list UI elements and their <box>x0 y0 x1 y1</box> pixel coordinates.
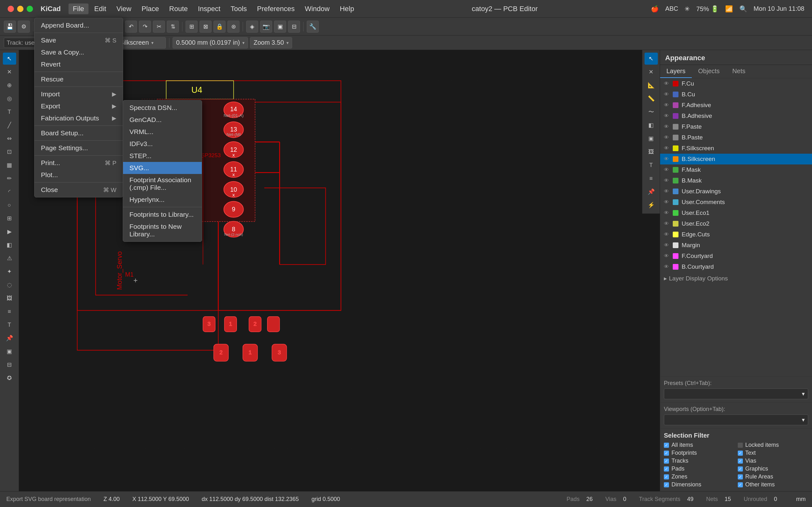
sf-checkbox[interactable]: ✓ <box>664 482 669 487</box>
highlight-button[interactable]: ◈ <box>246 20 258 33</box>
layer-visibility-icon[interactable]: 👁 <box>664 199 669 205</box>
menu-plot[interactable]: Plot... <box>35 169 123 181</box>
layer-visibility-icon[interactable]: 👁 <box>664 167 669 173</box>
erase-tool[interactable]: ◌ <box>3 279 16 291</box>
pad-tool[interactable]: ⊡ <box>3 146 16 158</box>
export-hyperlynx[interactable]: Hyperlynx... <box>123 193 202 206</box>
layer-visibility-icon[interactable]: 👁 <box>664 253 669 259</box>
dimension-dropdown[interactable]: 0.5000 mm (0.0197 in) ▾ <box>172 37 248 49</box>
layer-visibility-icon[interactable]: 👁 <box>664 264 669 270</box>
layer-visibility-icon[interactable]: 👁 <box>664 210 669 216</box>
tool4-button[interactable]: ⊟ <box>288 20 300 33</box>
layer-visibility-icon[interactable]: 👁 <box>664 81 669 87</box>
menu-import[interactable]: Import ▶ <box>35 88 123 100</box>
export-specctra[interactable]: Specctra DSN... <box>123 102 202 114</box>
sf-checkbox[interactable]: ✓ <box>738 482 743 487</box>
paint-tool[interactable]: ✦ <box>3 266 16 278</box>
layer-visibility-icon[interactable]: 👁 <box>664 221 669 227</box>
sf-checkbox[interactable]: ✓ <box>738 466 743 471</box>
layer-item-user-eco2[interactable]: 👁 User.Eco2 <box>660 218 812 229</box>
sf-item-rule-areas[interactable]: ✓ Rule Areas <box>738 473 809 480</box>
save-button[interactable]: 💾 <box>4 20 16 33</box>
undo-button[interactable]: ↶ <box>125 20 137 33</box>
sf-item-locked-items[interactable]: Locked items <box>738 442 809 448</box>
drc-tool[interactable]: ⚠ <box>3 252 16 264</box>
select-tool[interactable]: ↖ <box>3 53 16 65</box>
menu-close[interactable]: Close ⌘ W <box>35 184 123 196</box>
layer-item-user-drawings[interactable]: 👁 User.Drawings <box>660 186 812 197</box>
menu-save-copy[interactable]: Save a Copy... <box>35 46 123 58</box>
redo-button[interactable]: ↷ <box>139 20 151 33</box>
menu-rescue[interactable]: Rescue <box>35 73 123 85</box>
menu-print[interactable]: Print... ⌘ P <box>35 157 123 169</box>
layer-display-options-btn[interactable]: ▸ Layer Display Options <box>660 272 812 285</box>
note-tool[interactable]: T <box>3 319 16 331</box>
layer-visibility-icon[interactable]: 👁 <box>664 156 669 162</box>
sf-checkbox[interactable]: ✓ <box>738 474 743 480</box>
sf-checkbox[interactable]: ✓ <box>738 451 743 456</box>
layer-item-b-courtyard[interactable]: 👁 B.Courtyard <box>660 262 812 272</box>
layer-item-f-silkscreen[interactable]: 👁 F.Silkscreen <box>660 143 812 154</box>
tool1-button[interactable]: ⊞ <box>186 20 198 33</box>
window-controls[interactable] <box>8 6 33 12</box>
layer-item-b-cu[interactable]: 👁 B.Cu <box>660 89 812 100</box>
layers-tool[interactable]: ◧ <box>3 239 16 251</box>
layer-item-user-eco1[interactable]: 👁 User.Eco1 <box>660 208 812 218</box>
sf-item-vias[interactable]: ✓ Vias <box>738 458 809 464</box>
export-svg[interactable]: SVG... <box>123 162 202 174</box>
tab-objects[interactable]: Objects <box>692 65 726 78</box>
menu-window[interactable]: Window <box>300 3 334 14</box>
export-footprint-cmp[interactable]: Footprint Association (.cmp) File... <box>123 174 202 193</box>
flip-button[interactable]: ⇅ <box>167 20 179 33</box>
3d-view-tool[interactable]: ▣ <box>3 345 16 357</box>
minimize-button[interactable] <box>17 6 23 12</box>
viewports-dropdown[interactable]: ▾ <box>664 414 808 425</box>
tab-layers[interactable]: Layers <box>660 65 692 78</box>
search-icon[interactable]: 🔍 <box>740 5 747 13</box>
sf-item-pads[interactable]: ✓ Pads <box>664 465 734 472</box>
settings-button[interactable]: ⚙ <box>18 20 30 33</box>
menu-save[interactable]: Save ⌘ S <box>35 34 123 46</box>
sf-checkbox[interactable]: ✓ <box>664 458 669 464</box>
inspect-button[interactable]: 🔧 <box>307 20 319 33</box>
layer-item-b-adhesive[interactable]: 👁 B.Adhesive <box>660 111 812 121</box>
layer-visibility-icon[interactable]: 👁 <box>664 135 669 140</box>
layer-visibility-icon[interactable]: 👁 <box>664 242 669 248</box>
grid-tool[interactable]: ⊟ <box>3 359 16 371</box>
tool3-button[interactable]: ⊛ <box>227 20 240 33</box>
sf-checkbox[interactable]: ✓ <box>664 474 669 480</box>
export-fp-lib[interactable]: Footprints to Library... <box>123 209 202 221</box>
layer-item-f-adhesive[interactable]: 👁 F.Adhesive <box>660 100 812 111</box>
sf-checkbox[interactable]: ✓ <box>738 458 743 464</box>
pin-tool[interactable]: 📌 <box>3 332 16 344</box>
layer-item-f-mask[interactable]: 👁 F.Mask <box>660 164 812 175</box>
layer-item-edge-cuts[interactable]: 👁 Edge.Cuts <box>660 229 812 240</box>
sf-item-other-items[interactable]: ✓ Other items <box>738 481 809 488</box>
layer-visibility-icon[interactable]: 👁 <box>664 102 669 108</box>
tab-nets[interactable]: Nets <box>726 65 752 78</box>
menu-file[interactable]: File <box>68 3 89 14</box>
sf-item-tracks[interactable]: ✓ Tracks <box>664 458 734 464</box>
close-button[interactable] <box>8 6 14 12</box>
3d-button[interactable]: ▣ <box>274 20 286 33</box>
layer-item-f-courtyard[interactable]: 👁 F.Courtyard <box>660 250 812 262</box>
sf-checkbox[interactable]: ✓ <box>664 443 669 448</box>
menu-fab-outputs[interactable]: Fabrication Outputs ▶ <box>35 112 123 124</box>
lock-button[interactable]: 🔒 <box>213 20 225 33</box>
tool2-button[interactable]: ⊠ <box>200 20 212 33</box>
maximize-button[interactable] <box>27 6 33 12</box>
layer-visibility-icon[interactable]: 👁 <box>664 92 669 97</box>
menu-view[interactable]: View <box>112 3 136 14</box>
sf-item-all-items[interactable]: ✓ All items <box>664 442 734 448</box>
sf-checkbox[interactable]: ✓ <box>664 466 669 471</box>
layer-item-user-comments[interactable]: 👁 User.Comments <box>660 197 812 208</box>
sf-checkbox[interactable]: ✓ <box>664 451 669 456</box>
menu-preferences[interactable]: Preferences <box>252 3 299 14</box>
sf-item-text[interactable]: ✓ Text <box>738 450 809 456</box>
layer-item-margin[interactable]: 👁 Margin <box>660 240 812 250</box>
menu-edit[interactable]: Edit <box>90 3 111 14</box>
layer-item-b-silkscreen[interactable]: 👁 B.Silkscreen <box>660 154 812 164</box>
sf-item-graphics[interactable]: ✓ Graphics <box>738 465 809 472</box>
layer-item-b-paste[interactable]: 👁 B.Paste <box>660 132 812 143</box>
export-gencad[interactable]: GenCAD... <box>123 114 202 126</box>
